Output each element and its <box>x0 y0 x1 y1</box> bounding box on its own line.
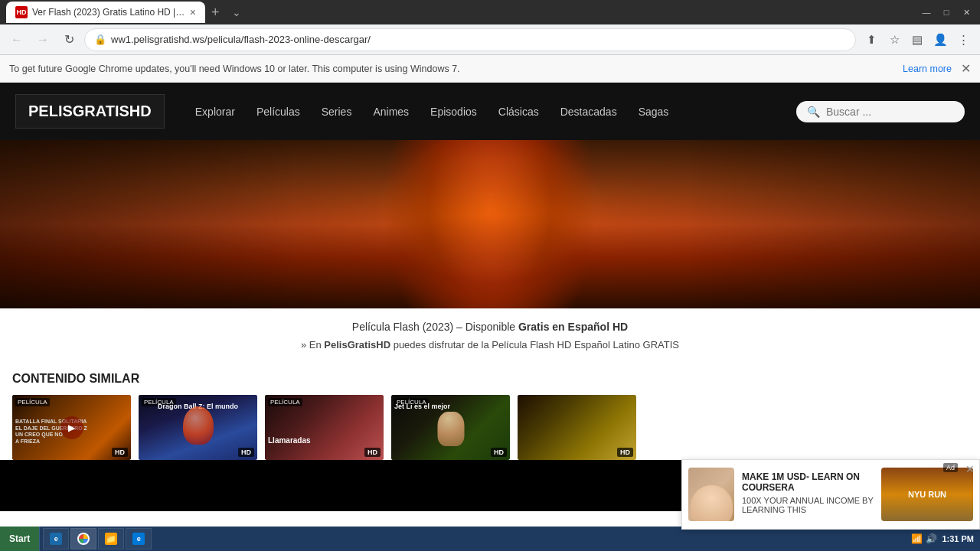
browser-toolbar: ← → ↻ 🔒 ww1.pelisgratishd.ws/pelicula/fl… <box>0 24 980 55</box>
ad-avatar <box>688 468 734 511</box>
site-nav: Explorar Películas Series Animes Episodi… <box>195 106 766 118</box>
nav-animes[interactable]: Animes <box>373 106 409 118</box>
info-section: Película Flash (2023) – Disponible Grati… <box>0 308 980 363</box>
section-title: CONTENIDO SIMILAR <box>12 372 968 386</box>
hero-overlay <box>0 140 980 308</box>
movies-grid: HD PELÍCULA BATALLA FINAL SOLITARIAEL DA… <box>12 395 968 460</box>
window-controls: — □ ✕ <box>919 6 974 18</box>
nav-destacadas[interactable]: Destacadas <box>560 106 617 118</box>
toolbar-actions: ⬆ ☆ ▤ 👤 ⋮ <box>861 29 974 51</box>
back-button[interactable]: ← <box>6 29 28 51</box>
update-bar-message: To get future Google Chrome updates, you… <box>9 64 903 74</box>
maximize-button[interactable]: □ <box>939 6 954 18</box>
pelicula-badge-1: PELÍCULA <box>15 398 50 406</box>
movie-card-2[interactable]: HD PELÍCULA Dragon Ball Z: El mundo <box>139 395 257 460</box>
site-header: PELISGRATISHD Explorar Películas Series … <box>0 83 980 140</box>
site-logo[interactable]: PELISGRATISHD <box>15 94 165 129</box>
hd-badge-3: HD <box>364 448 381 457</box>
nav-explorar[interactable]: Explorar <box>195 106 235 118</box>
tab-close-button[interactable]: × <box>190 6 196 18</box>
ad-subtitle: 100X YOUR ANNUAL INCOME BY LEARNING THIS <box>742 496 874 511</box>
movie-info-title: Película Flash (2023) – Disponible Grati… <box>12 321 968 333</box>
movie-card-1[interactable]: HD PELÍCULA BATALLA FINAL SOLITARIAEL DA… <box>12 395 131 460</box>
bookmark-icon[interactable]: ☆ <box>884 29 905 51</box>
hero-banner <box>0 140 980 308</box>
nav-peliculas[interactable]: Películas <box>256 106 300 118</box>
learn-more-link[interactable]: Learn more <box>903 64 952 74</box>
search-input[interactable] <box>826 106 941 118</box>
ad-title: MAKE 1M USD- LEARN ON COURSERA <box>742 471 874 493</box>
pelicula-badge-3: PELÍCULA <box>268 398 302 406</box>
ad-background-image: NYU RUN <box>881 468 973 511</box>
nav-series[interactable]: Series <box>322 106 352 118</box>
dragonball-figure <box>183 406 214 445</box>
tab-favicon: HD <box>15 6 28 18</box>
browser-tab[interactable]: HD Ver Flash (2023) Gratis Latino HD | P… <box>6 2 205 23</box>
hd-badge-1: HD <box>112 448 128 457</box>
update-bar-close-button[interactable]: ✕ <box>961 61 971 76</box>
ad-logo: NYU RUN <box>905 486 949 503</box>
menu-icon[interactable]: ⋮ <box>952 29 974 51</box>
tab-title: Ver Flash (2023) Gratis Latino HD | P... <box>32 7 185 18</box>
security-lock-icon: 🔒 <box>94 34 106 45</box>
search-icon: 🔍 <box>807 106 820 118</box>
update-bar: To get future Google Chrome updates, you… <box>0 55 980 83</box>
movie-title-4: Jet Li es el mejor <box>394 403 507 410</box>
movie-title-3: Llamaradas <box>268 436 311 445</box>
jetli-figure <box>437 412 464 446</box>
sidebar-toggle-icon[interactable]: ▤ <box>906 29 928 51</box>
movie-card-5[interactable]: HD <box>518 395 636 460</box>
movie-info-desc: » En PelisGratisHD puedes disfrutar de l… <box>12 339 968 350</box>
website-content: PELISGRATISHD Explorar Películas Series … <box>0 83 980 511</box>
advertisement-overlay: Ad ✕ MAKE 1M USD- LEARN ON COURSERA 100X… <box>681 459 980 511</box>
forward-button[interactable]: → <box>32 29 54 51</box>
similar-content-section: CONTENIDO SIMILAR HD PELÍCULA BATALLA FI… <box>0 363 980 460</box>
new-tab-button[interactable]: + <box>205 5 226 21</box>
browser-window: HD Ver Flash (2023) Gratis Latino HD | P… <box>0 0 980 511</box>
movie-card-3[interactable]: HD PELÍCULA Llamaradas <box>265 395 384 460</box>
browser-titlebar: HD Ver Flash (2023) Gratis Latino HD | P… <box>0 0 980 24</box>
refresh-button[interactable]: ↻ <box>58 29 80 51</box>
url-display[interactable]: ww1.pelisgratishd.ws/pelicula/flash-2023… <box>111 34 846 45</box>
tab-overflow-button[interactable]: ⌄ <box>229 6 244 18</box>
profile-icon[interactable]: 👤 <box>929 29 951 51</box>
nav-episodios[interactable]: Episodios <box>430 106 477 118</box>
close-window-button[interactable]: ✕ <box>959 6 974 18</box>
nav-sagas[interactable]: Sagas <box>639 106 669 118</box>
hd-badge-4: HD <box>491 448 507 457</box>
ad-close-button[interactable]: ✕ <box>965 463 975 475</box>
movie-card-4[interactable]: HD PELÍCULA Jet Li es el mejor <box>391 395 510 460</box>
nav-clasicas[interactable]: Clásicas <box>498 106 539 118</box>
site-search-bar[interactable]: 🔍 <box>796 101 965 122</box>
share-icon[interactable]: ⬆ <box>861 29 882 51</box>
hd-badge-5: HD <box>617 448 633 457</box>
ad-content: MAKE 1M USD- LEARN ON COURSERA 100X YOUR… <box>742 471 874 511</box>
address-bar[interactable]: 🔒 ww1.pelisgratishd.ws/pelicula/flash-20… <box>84 28 856 51</box>
ad-label: Ad <box>943 463 958 472</box>
hd-badge-2: HD <box>238 448 254 457</box>
minimize-button[interactable]: — <box>919 6 934 18</box>
play-btn-1[interactable]: ▶ <box>60 416 83 439</box>
